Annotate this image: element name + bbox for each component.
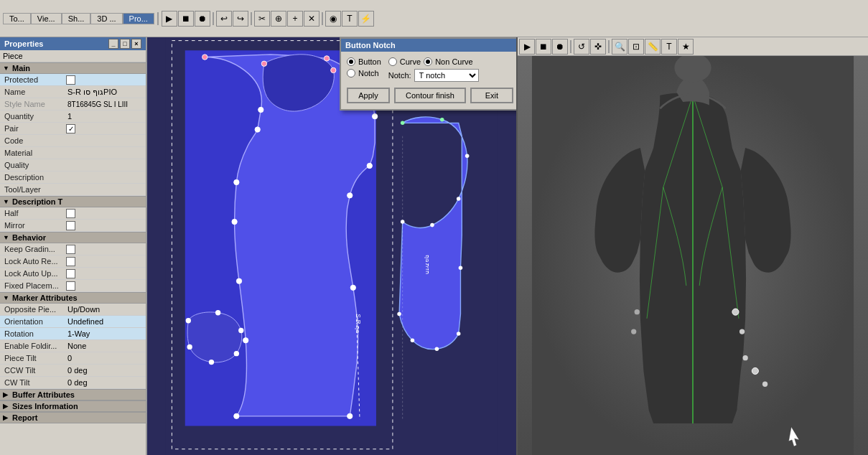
expand-report-icon: ▶ [3, 414, 10, 421]
view3d-star-icon[interactable]: ★ [678, 39, 694, 55]
prop-lock-auto-up-label: Lock Auto Up... [1, 268, 66, 278]
lightning-icon[interactable]: ⚡ [358, 11, 374, 27]
prop-code-label: Code [1, 136, 66, 146]
tab-to[interactable]: To... [3, 13, 31, 24]
contour-finish-button[interactable]: Contour finish [394, 88, 466, 103]
undo-icon[interactable]: ↩ [216, 11, 232, 27]
svg-point-28 [457, 197, 461, 201]
play-icon[interactable]: ▶ [162, 11, 177, 27]
sep2 [213, 12, 214, 25]
prop-lock-auto-up-checkbox[interactable] [66, 269, 75, 278]
prop-lock-auto-up: Lock Auto Up... [0, 268, 146, 280]
radio-curve[interactable] [388, 57, 397, 66]
tab-sh[interactable]: Sh... [62, 13, 91, 24]
prop-code-value[interactable] [66, 140, 144, 141]
view3d-pause-icon[interactable]: ⏹ [536, 39, 551, 55]
prop-cw-tilt-value[interactable]: 0 deg [66, 377, 144, 388]
svg-point-33 [435, 347, 439, 351]
view3d-text-icon[interactable]: T [661, 39, 677, 55]
prop-opposite-pie-label: Opposite Pie... [1, 304, 66, 314]
properties-panel: Properties _ □ × Piece ▼ Main Protected [0, 37, 147, 455]
dialog-title: Button Notch [345, 41, 396, 50]
prop-name-value[interactable]: S-R גוף סוPIO [66, 87, 144, 98]
scissors-icon[interactable]: ✂ [254, 11, 270, 27]
prop-enable-fold-value[interactable]: None [66, 341, 144, 351]
radio-non-curve[interactable] [424, 57, 432, 66]
view3d-rec-icon[interactable]: ⏺ [552, 39, 568, 55]
prop-style-name-value[interactable]: 8T16845G SL I LIII [66, 100, 144, 109]
prop-half-checkbox[interactable] [66, 209, 75, 218]
prop-keep-grading: Keep Gradin... [0, 243, 146, 255]
target-icon[interactable]: ◉ [325, 11, 341, 27]
prop-material-value[interactable] [66, 152, 144, 154]
text-icon[interactable]: T [342, 11, 358, 27]
canvas-area[interactable]: S-R גוף [147, 37, 516, 455]
section-buffer[interactable]: ▶ Buffer Attributes [0, 389, 146, 400]
view3d-canvas[interactable] [518, 56, 868, 455]
prop-ccw-tilt: CCW Tilt 0 deg [0, 365, 146, 377]
radio-button[interactable] [347, 57, 355, 66]
maximize-button[interactable]: □ [120, 39, 130, 49]
view3d-measure-icon[interactable]: 📏 [645, 39, 661, 55]
prop-tool-layer: Tool/Layer [0, 184, 146, 196]
dialog-buttons: Apply Contour finish Exit [347, 88, 516, 103]
prop-quantity-value[interactable]: 1 [66, 111, 144, 121]
view3d-rotate-icon[interactable]: ↺ [574, 39, 589, 55]
view3d-sep2 [608, 40, 610, 53]
svg-point-27 [465, 154, 470, 158]
add-icon[interactable]: + [287, 11, 303, 27]
copy-icon[interactable]: ⊕ [271, 11, 286, 27]
section-report[interactable]: ▶ Report [0, 412, 146, 423]
view3d-zoom-icon[interactable]: 🔍 [612, 39, 627, 55]
section-marker[interactable]: ▼ Marker Attributes [0, 292, 146, 304]
prop-mirror-checkbox[interactable] [66, 221, 75, 230]
prop-fixed-place-checkbox[interactable] [66, 281, 75, 291]
main-toolbar: To... Vie... Sh... 3D ... Pro... ▶ ⏹ ⏺ ↩… [0, 0, 868, 37]
view3d-fit-icon[interactable]: ⊡ [628, 39, 644, 55]
view3d-move-icon[interactable]: ✜ [590, 39, 606, 55]
sep4 [322, 12, 323, 25]
tab-pro[interactable]: Pro... [123, 13, 154, 24]
prop-orientation-value[interactable]: Undefined [66, 316, 144, 327]
view3d-play-icon[interactable]: ▶ [519, 39, 535, 55]
apply-button[interactable]: Apply [347, 88, 390, 103]
redo-icon[interactable]: ↪ [233, 11, 248, 27]
prop-quantity-label: Quantity [1, 111, 66, 121]
prop-keep-grading-checkbox[interactable] [66, 245, 75, 254]
prop-opposite-pie-value[interactable]: Up/Down [66, 304, 144, 314]
exit-button[interactable]: Exit [470, 88, 513, 103]
notch-type-select[interactable]: T notch V notch U notch None [414, 69, 479, 82]
svg-point-31 [397, 312, 401, 316]
svg-point-12 [347, 193, 353, 198]
prop-piece-tilt: Piece Tilt 0 [0, 352, 146, 365]
section-behavior[interactable]: ▼ Behavior [0, 232, 146, 243]
tab-3d[interactable]: 3D ... [90, 13, 122, 24]
radio-non-curve-label: Non Curve [435, 57, 473, 66]
prop-rotation-value[interactable]: 1-Way [66, 329, 144, 339]
prop-piece-tilt-value[interactable]: 0 [66, 353, 144, 363]
prop-pair-checkbox[interactable] [66, 124, 75, 133]
svg-point-24 [187, 344, 192, 350]
prop-quality-value[interactable] [66, 164, 144, 166]
svg-point-11 [350, 285, 355, 290]
prop-material: Material [0, 147, 146, 159]
section-main[interactable]: ▼ Main [0, 62, 146, 74]
expand-desc-icon: ▼ [3, 198, 10, 205]
prop-ccw-tilt-value[interactable]: 0 deg [66, 365, 144, 375]
close-icon[interactable]: ✕ [304, 11, 319, 27]
minimize-button[interactable]: _ [108, 39, 118, 49]
prop-tool-layer-value[interactable] [66, 189, 144, 190]
section-sizes[interactable]: ▶ Sizes Information [0, 400, 146, 412]
prop-lock-auto-re-checkbox[interactable] [66, 257, 75, 266]
stop-icon[interactable]: ⏹ [178, 11, 194, 27]
svg-point-9 [234, 413, 239, 418]
section-desc-t[interactable]: ▼ Description T [0, 196, 146, 207]
record-icon[interactable]: ⏺ [195, 11, 210, 27]
close-button[interactable]: × [131, 39, 141, 49]
tab-view[interactable]: Vie... [31, 13, 62, 24]
radio-notch[interactable] [347, 69, 355, 78]
view3d-panel: ▶ ⏹ ⏺ ↺ ✜ 🔍 ⊡ 📏 T ★ [516, 37, 868, 455]
expand-sizes-icon: ▶ [3, 403, 10, 410]
prop-description-value[interactable] [66, 177, 144, 178]
prop-protected-checkbox[interactable] [66, 75, 75, 85]
